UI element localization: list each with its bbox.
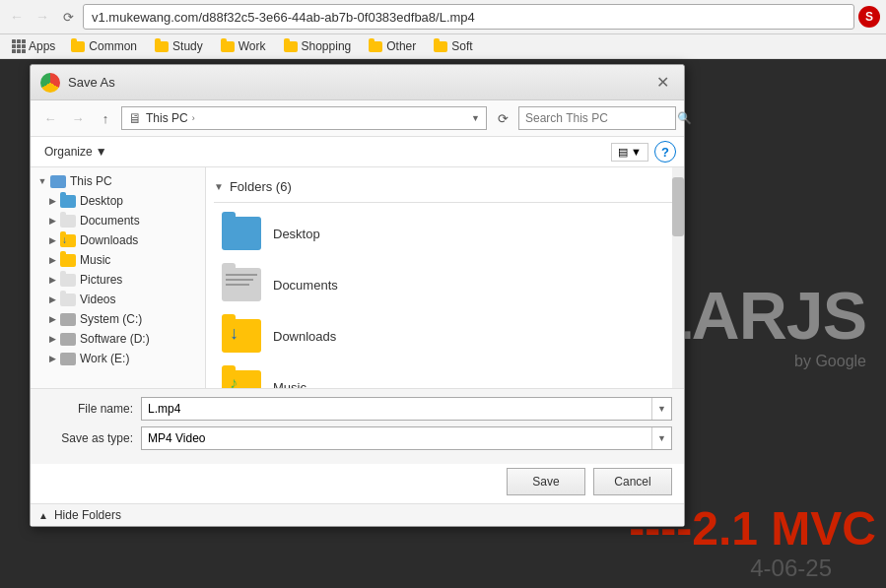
expand-icon: ▶	[46, 234, 58, 246]
bookmark-common[interactable]: Common	[65, 37, 143, 55]
browser-toolbar: ← → ⟳ S	[0, 0, 886, 34]
documents-folder-large-icon	[222, 268, 261, 301]
organize-dropdown-icon: ▼	[96, 145, 107, 159]
date-text: 4-06-25	[750, 555, 832, 582]
bookmark-label: Other	[386, 39, 416, 53]
drive-icon	[60, 333, 76, 346]
scrollbar-thumb[interactable]	[672, 177, 684, 236]
dialog-help-button[interactable]: ?	[654, 141, 676, 163]
drive-icon	[60, 313, 76, 326]
tree-item-desktop[interactable]: ▶ Desktop	[31, 191, 205, 211]
tree-item-music[interactable]: ▶ Music	[31, 250, 205, 270]
dialog-up-button[interactable]: ↑	[94, 107, 117, 129]
folder-icon	[71, 41, 85, 52]
desktop-folder-icon	[60, 195, 76, 208]
apps-grid-icon	[12, 39, 26, 53]
tree-item-downloads[interactable]: ▶ Downloads	[31, 230, 205, 250]
folder-item-downloads[interactable]: Downloads	[214, 313, 676, 359]
address-bar[interactable]	[83, 4, 854, 30]
folder-icon	[155, 41, 169, 52]
dialog-titlebar: Save As ✕	[31, 65, 684, 100]
folder-item-label: Desktop	[273, 227, 320, 241]
tree-label: Music	[80, 253, 110, 267]
dialog-title: Save As	[68, 75, 650, 90]
tree-label: Software (D:)	[80, 332, 150, 346]
save-button[interactable]: Save	[507, 468, 585, 495]
tree-item-software-d[interactable]: ▶ Software (D:)	[31, 329, 205, 349]
dialog-address-bar[interactable]: 🖥 This PC › ▼	[121, 106, 487, 130]
dialog-close-button[interactable]: ✕	[650, 71, 674, 95]
filename-input-wrapper: ▼	[141, 397, 672, 421]
tree-item-documents[interactable]: ▶ Documents	[31, 211, 205, 230]
dialog-body: ▼ This PC ▶ Desktop ▶ Documents	[31, 167, 684, 388]
desktop-folder-large-icon	[222, 217, 261, 250]
downloads-folder-icon	[60, 234, 76, 247]
refresh-button[interactable]: ⟳	[57, 6, 79, 28]
save-dialog: Save As ✕ ← → ↑ 🖥 This PC › ▼ ⟳ 🔍	[30, 64, 685, 527]
expand-icon: ▶	[46, 313, 58, 325]
filename-dropdown-button[interactable]: ▼	[651, 398, 671, 420]
by-google-text: by Google	[794, 353, 866, 370]
expand-icon: ▶	[46, 333, 58, 345]
hide-folders-icon: ▲	[38, 510, 48, 521]
tree-label: Videos	[80, 293, 115, 306]
bookmark-other[interactable]: Other	[363, 37, 422, 55]
hide-folders-button[interactable]: ▲ Hide Folders	[31, 503, 684, 526]
expand-icon: ▶	[46, 254, 58, 266]
tree-item-this-pc[interactable]: ▼ This PC	[31, 171, 205, 191]
folder-item-documents[interactable]: Documents	[214, 262, 676, 307]
apps-button[interactable]: Apps	[8, 37, 59, 55]
folder-icon	[221, 41, 235, 52]
browser-chrome: ← → ⟳ S Apps Common Study Work	[0, 0, 886, 59]
tree-item-videos[interactable]: ▶ Videos	[31, 290, 205, 309]
dialog-refresh-button[interactable]: ⟳	[491, 107, 514, 129]
folder-icon	[369, 41, 382, 52]
dialog-search-input[interactable]	[525, 111, 673, 125]
folder-item-label: Downloads	[273, 329, 336, 344]
dropdown-arrow-icon: ▼	[471, 113, 480, 123]
documents-folder-icon	[60, 215, 76, 228]
pictures-folder-icon	[60, 274, 76, 287]
tree-item-pictures[interactable]: ▶ Pictures	[31, 270, 205, 290]
right-pane-scrollbar[interactable]	[672, 167, 684, 388]
expand-icon: ▶	[46, 215, 58, 227]
organize-button[interactable]: Organize ▼	[38, 143, 113, 161]
bookmark-work[interactable]: Work	[215, 37, 272, 55]
bookmark-study[interactable]: Study	[149, 37, 209, 55]
view-button[interactable]: ▤ ▼	[611, 143, 648, 162]
folder-item-music[interactable]: Music	[214, 364, 676, 388]
folder-item-label: Documents	[273, 278, 338, 293]
tree-label: System (C:)	[80, 312, 142, 326]
tree-label: Work (E:)	[80, 352, 129, 365]
dialog-back-button[interactable]: ←	[38, 107, 62, 129]
dialog-search-box[interactable]: 🔍	[518, 106, 676, 130]
savetype-dropdown-button[interactable]: ▼	[651, 427, 671, 449]
dialog-forward-button[interactable]: →	[66, 107, 90, 129]
savetype-input-wrapper: ▼	[141, 426, 672, 450]
folder-item-label: Music	[273, 380, 307, 389]
forward-button[interactable]: →	[32, 6, 53, 28]
filename-row: File name: ▼	[42, 397, 672, 421]
bookmark-shopping[interactable]: Shopping	[278, 37, 358, 55]
dialog-path: This PC ›	[146, 111, 467, 125]
tree-item-system-c[interactable]: ▶ System (C:)	[31, 309, 205, 329]
savetype-input[interactable]	[142, 427, 651, 449]
bookmark-label: Soft	[451, 39, 472, 53]
bookmark-soft[interactable]: Soft	[428, 37, 478, 55]
drive-icon	[60, 353, 76, 365]
js-text: JS	[786, 278, 866, 353]
music-folder-large-icon	[222, 370, 261, 388]
dialog-left-pane: ▼ This PC ▶ Desktop ▶ Documents	[31, 167, 206, 388]
folder-item-desktop[interactable]: Desktop	[214, 211, 676, 256]
organize-label: Organize	[44, 145, 93, 159]
browser-error-icon: S	[858, 6, 880, 28]
tree-item-work-e[interactable]: ▶ Work (E:)	[31, 349, 205, 368]
view-dropdown-icon: ▼	[631, 146, 642, 158]
back-button[interactable]: ←	[6, 6, 28, 28]
bookmark-label: Study	[172, 39, 203, 53]
cancel-button[interactable]: Cancel	[593, 468, 672, 495]
bookmark-label: Shopping	[302, 39, 352, 53]
dialog-organize-bar: Organize ▼ ▤ ▼ ?	[31, 137, 684, 167]
bookmark-label: Common	[89, 39, 137, 53]
filename-input[interactable]	[142, 398, 651, 420]
